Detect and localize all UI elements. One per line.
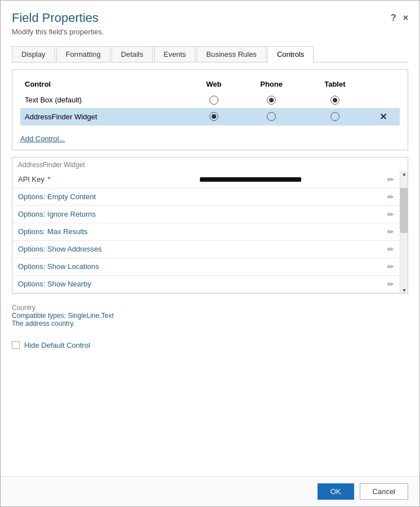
widget-section-header: AddressFinder Widget [12, 158, 408, 171]
ok-button[interactable]: OK [318, 483, 354, 500]
table-row: Text Box (default) [20, 92, 400, 108]
edit-icon[interactable]: ✏ [387, 280, 394, 289]
tab-controls[interactable]: Controls [267, 46, 314, 62]
scrollbar[interactable]: ▲ ▼ [400, 171, 408, 293]
header-text: Field Properties Modify this field's pro… [12, 11, 104, 36]
widget-row-apikey: API Key * ✏ [12, 171, 408, 189]
controls-section: Control Web Phone Tablet Text Box (defau… [12, 69, 408, 150]
hide-default-row: Hide Default Control [12, 336, 408, 354]
dialog-footer: OK Cancel [1, 476, 419, 506]
edit-icon[interactable]: ✏ [387, 245, 394, 254]
dialog-header: Field Properties Modify this field's pro… [1, 1, 419, 41]
widget-row-label: API Key * [18, 175, 200, 183]
widget-row-label: Options: Empty Content [18, 192, 382, 201]
cancel-button[interactable]: Cancel [360, 483, 408, 500]
info-line1: Compatible types: SingleLine.Text [12, 312, 408, 320]
info-line2: The address country. [12, 320, 408, 327]
control-name: Text Box (default) [20, 92, 189, 108]
add-control-container: Add Control... [20, 130, 400, 143]
close-icon[interactable]: × [403, 13, 408, 23]
edit-icon[interactable]: ✏ [387, 262, 394, 271]
tabs-bar: Display Formatting Details Events Busine… [12, 46, 408, 62]
radio-icon[interactable] [267, 112, 276, 121]
api-key-masked [200, 177, 301, 182]
col-header-tablet: Tablet [304, 77, 366, 92]
radio-icon[interactable] [209, 96, 218, 105]
col-header-phone: Phone [239, 77, 303, 92]
phone-radio-widget[interactable] [239, 108, 303, 125]
edit-icon[interactable]: ✏ [387, 227, 394, 236]
widget-rows: API Key * ✏ Options: Empty Content ✏ Opt… [12, 171, 408, 293]
widget-row-label: Options: Max Results [18, 227, 382, 236]
widget-row-show-addresses: Options: Show Addresses ✏ [12, 241, 408, 258]
phone-radio-textbox[interactable] [239, 92, 303, 108]
table-row: AddressFinder Widget ✕ [20, 108, 400, 125]
widget-row-label: Options: Show Locations [18, 262, 382, 271]
header-icons: ? × [391, 13, 408, 23]
widget-row-max-results: Options: Max Results ✏ [12, 223, 408, 241]
tab-formatting[interactable]: Formatting [56, 46, 110, 62]
widget-row-label: Options: Show Nearby [18, 280, 382, 288]
widget-row-show-locations: Options: Show Locations ✏ [12, 258, 408, 276]
widget-row-label: Options: Ignore Returns [18, 210, 382, 218]
edit-icon[interactable]: ✏ [387, 210, 394, 219]
scrollbar-thumb[interactable] [400, 188, 408, 233]
help-icon[interactable]: ? [391, 13, 396, 23]
hide-default-label: Hide Default Control [24, 341, 90, 349]
tab-display[interactable]: Display [12, 46, 55, 62]
radio-icon[interactable] [267, 96, 276, 105]
info-label: Country [12, 304, 408, 312]
api-key-value [200, 177, 382, 182]
web-radio-textbox[interactable] [189, 92, 239, 108]
dialog-title: Field Properties [12, 11, 104, 25]
col-header-control: Control [20, 77, 189, 92]
tablet-radio-textbox[interactable] [304, 92, 366, 108]
radio-icon[interactable] [330, 112, 339, 121]
control-name: AddressFinder Widget [20, 108, 189, 125]
dialog-body: Control Web Phone Tablet Text Box (defau… [1, 62, 419, 476]
hide-default-checkbox[interactable] [12, 341, 20, 349]
scroll-up-arrow[interactable]: ▲ [400, 171, 408, 177]
info-section: Country Compatible types: SingleLine.Tex… [12, 300, 408, 331]
scroll-down-arrow[interactable]: ▼ [400, 288, 408, 293]
controls-table: Control Web Phone Tablet Text Box (defau… [20, 77, 400, 125]
delete-control-icon[interactable]: ✕ [379, 112, 387, 122]
required-marker: * [46, 175, 51, 183]
widget-section: AddressFinder Widget API Key * ✏ Options… [12, 157, 408, 294]
delete-control-cell[interactable]: ✕ [366, 108, 400, 125]
field-properties-dialog: Field Properties Modify this field's pro… [0, 0, 420, 507]
widget-row-empty-content: Options: Empty Content ✏ [12, 189, 408, 206]
tab-businessrules[interactable]: Business Rules [196, 46, 266, 62]
edit-icon[interactable]: ✏ [387, 175, 394, 184]
web-radio-widget[interactable] [189, 108, 239, 125]
radio-icon[interactable] [330, 96, 339, 105]
add-control-link[interactable]: Add Control... [20, 134, 65, 143]
tab-details[interactable]: Details [111, 46, 153, 62]
tablet-radio-widget[interactable] [304, 108, 366, 125]
edit-icon[interactable]: ✏ [387, 192, 394, 201]
widget-row-ignore-returns: Options: Ignore Returns ✏ [12, 206, 408, 223]
col-header-web: Web [189, 77, 239, 92]
widget-row-label: Options: Show Addresses [18, 245, 382, 253]
radio-icon[interactable] [209, 112, 218, 121]
dialog-subtitle: Modify this field's properties. [12, 28, 104, 36]
tab-events[interactable]: Events [154, 46, 196, 62]
widget-row-show-nearby: Options: Show Nearby ✏ [12, 276, 408, 293]
